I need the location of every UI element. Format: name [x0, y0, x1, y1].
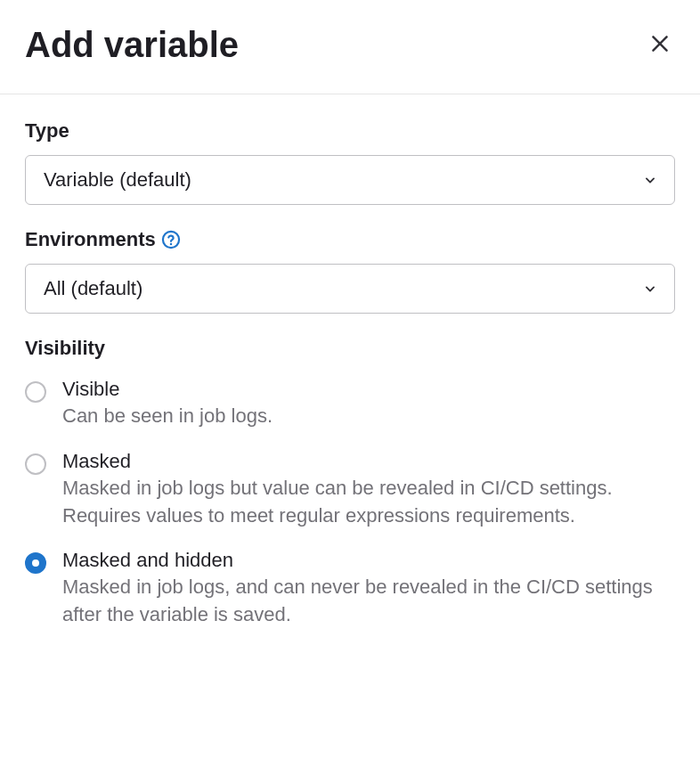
visibility-field-group: Visibility Visible Can be seen in job lo…: [25, 337, 675, 629]
svg-point-3: [169, 243, 171, 245]
radio-icon: [25, 552, 46, 574]
visibility-option-visible[interactable]: Visible Can be seen in job logs.: [25, 378, 675, 430]
radio-title: Visible: [62, 378, 675, 401]
radio-content: Masked Masked in job logs but value can …: [62, 450, 675, 530]
modal-title: Add variable: [25, 25, 239, 65]
visibility-radio-group: Visible Can be seen in job logs. Masked …: [25, 378, 675, 629]
radio-title: Masked and hidden: [62, 549, 675, 572]
environments-label: Environments: [25, 228, 675, 251]
environments-label-text: Environments: [25, 228, 156, 251]
radio-icon: [25, 381, 46, 403]
type-label: Type: [25, 119, 675, 143]
visibility-label: Visibility: [25, 337, 675, 360]
visibility-option-masked-hidden[interactable]: Masked and hidden Masked in job logs, an…: [25, 549, 675, 629]
environments-select[interactable]: All (default): [25, 264, 675, 314]
type-field-group: Type Variable (default): [25, 119, 675, 205]
radio-content: Masked and hidden Masked in job logs, an…: [62, 549, 675, 629]
close-icon: [650, 34, 670, 56]
close-button[interactable]: [645, 29, 675, 61]
help-icon[interactable]: [161, 230, 181, 249]
type-select-wrapper: Variable (default): [25, 155, 675, 205]
visibility-option-masked[interactable]: Masked Masked in job logs but value can …: [25, 450, 675, 530]
modal-header: Add variable: [0, 0, 700, 94]
modal-body: Type Variable (default) Environments: [0, 94, 700, 677]
radio-icon: [25, 453, 46, 475]
environments-field-group: Environments All (default): [25, 228, 675, 314]
add-variable-modal: Add variable Type Variable (default): [0, 0, 700, 677]
type-select[interactable]: Variable (default): [25, 155, 675, 205]
radio-description: Masked in job logs, and can never be rev…: [62, 574, 675, 629]
radio-description: Can be seen in job logs.: [62, 403, 675, 430]
radio-description: Masked in job logs but value can be reve…: [62, 475, 675, 530]
environments-select-wrapper: All (default): [25, 264, 675, 314]
radio-title: Masked: [62, 450, 675, 473]
radio-content: Visible Can be seen in job logs.: [62, 378, 675, 430]
